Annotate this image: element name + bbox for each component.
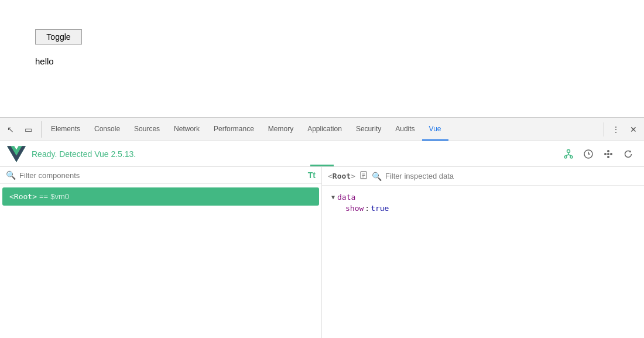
devtools-toolbar: ↖ ▭ Elements Console Sources Network Per… xyxy=(0,118,644,141)
filter-components-input[interactable] xyxy=(19,171,304,180)
devtools-content: 🔍 Tt <Root> == $vm0 <Root> xyxy=(0,167,644,338)
vue-bar: Ready. Detected Vue 2.5.13. xyxy=(0,141,644,167)
cursor-icon[interactable]: ↖ xyxy=(2,121,19,138)
equals-label: == xyxy=(39,192,48,201)
doc-icon[interactable] xyxy=(359,170,368,182)
history-button[interactable] xyxy=(580,145,597,163)
svg-point-9 xyxy=(610,153,612,155)
right-root-tag: <Root> xyxy=(328,172,355,180)
vue-bar-actions xyxy=(560,145,637,163)
data-key-label: data xyxy=(337,193,355,202)
tab-security[interactable]: Security xyxy=(349,118,388,141)
svg-line-4 xyxy=(566,155,568,156)
toggle-button[interactable]: Toggle xyxy=(35,29,82,45)
svg-point-8 xyxy=(607,153,609,155)
devtools-icon-group: ↖ ▭ xyxy=(2,121,42,138)
tab-performance[interactable]: Performance xyxy=(207,118,261,141)
browser-viewport: Toggle hello xyxy=(0,0,644,117)
svg-point-7 xyxy=(604,153,607,155)
device-icon[interactable]: ▭ xyxy=(20,121,36,138)
triangle-icon: ▼ xyxy=(331,194,335,200)
filter-inspected-data-input[interactable] xyxy=(385,172,638,180)
component-list: <Root> == $vm0 xyxy=(0,184,321,338)
svg-point-1 xyxy=(564,156,567,158)
vm-var-label: $vm0 xyxy=(50,192,69,201)
component-tree-button[interactable] xyxy=(560,145,577,163)
refresh-button[interactable] xyxy=(619,145,637,163)
show-key-label: show xyxy=(345,204,364,213)
tab-memory[interactable]: Memory xyxy=(261,118,300,141)
hello-text: hello xyxy=(35,56,644,66)
svg-point-0 xyxy=(567,149,570,152)
svg-point-10 xyxy=(607,150,609,152)
devtools-tabs: Elements Console Sources Network Perform… xyxy=(44,118,601,141)
right-panel: <Root> 🔍 ▼ data xyxy=(322,167,644,338)
vue-active-indicator xyxy=(310,165,334,166)
right-search-icon: 🔍 xyxy=(372,172,382,181)
svg-line-5 xyxy=(568,155,571,156)
tab-network[interactable]: Network xyxy=(167,118,207,141)
filter-case-button[interactable]: Tt xyxy=(308,170,316,180)
vue-logo xyxy=(7,145,26,163)
svg-point-11 xyxy=(607,156,609,158)
tab-vue[interactable]: Vue xyxy=(422,118,448,141)
tab-console[interactable]: Console xyxy=(87,118,127,141)
tab-application[interactable]: Application xyxy=(300,118,349,141)
tab-sources[interactable]: Sources xyxy=(127,118,167,141)
vuex-button[interactable] xyxy=(600,145,617,163)
svg-point-2 xyxy=(570,156,573,158)
close-devtools-button[interactable]: ✕ xyxy=(625,121,642,138)
left-panel: 🔍 Tt <Root> == $vm0 xyxy=(0,167,322,338)
devtools-panel: ↖ ▭ Elements Console Sources Network Per… xyxy=(0,117,644,338)
data-tree: ▼ data show : true xyxy=(322,186,644,338)
colon-label: : xyxy=(365,204,369,213)
devtools-tab-overflow: ⋮ ✕ xyxy=(601,121,642,138)
tab-elements[interactable]: Elements xyxy=(44,118,87,141)
more-tabs-button[interactable]: ⋮ xyxy=(608,121,624,138)
component-filter-bar: 🔍 Tt xyxy=(0,167,321,184)
vue-ready-text: Ready. Detected Vue 2.5.13. xyxy=(32,149,136,159)
data-row: ▼ data xyxy=(331,193,635,202)
show-row: show : true xyxy=(331,204,635,213)
right-filter-bar: <Root> 🔍 xyxy=(322,167,644,186)
tab-audits[interactable]: Audits xyxy=(388,118,422,141)
show-value-label: true xyxy=(371,204,389,213)
search-icon: 🔍 xyxy=(6,170,16,180)
root-component-item[interactable]: <Root> == $vm0 xyxy=(2,187,319,206)
root-tag-label: <Root> xyxy=(9,192,37,201)
